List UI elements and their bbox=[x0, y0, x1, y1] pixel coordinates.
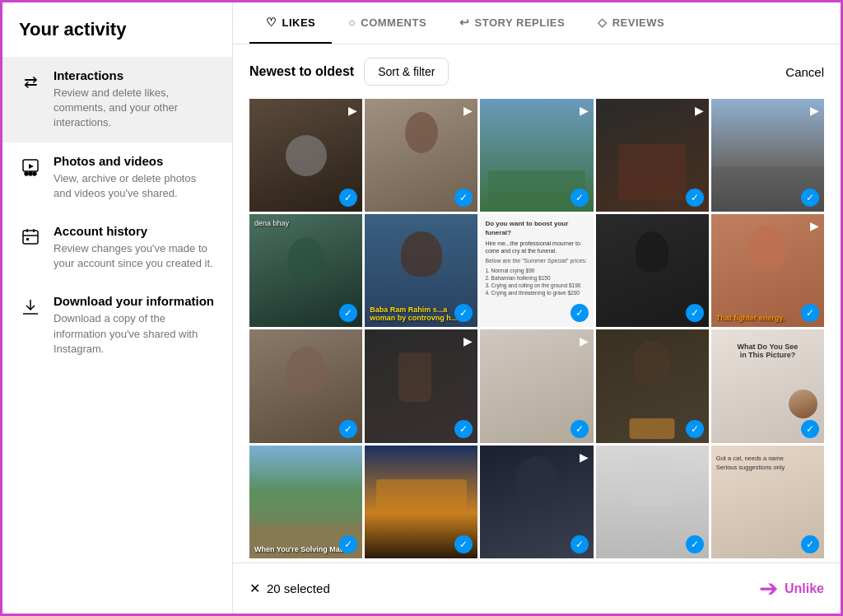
tab-likes[interactable]: ♡ LIKES bbox=[249, 2, 332, 44]
reviews-icon: ◇ bbox=[598, 16, 608, 29]
list-item[interactable]: ▶ ✓ bbox=[365, 329, 477, 442]
check-icon: ✓ bbox=[454, 420, 473, 438]
list-item[interactable]: ▶ ✓ bbox=[596, 99, 709, 212]
check-icon: ✓ bbox=[339, 420, 357, 438]
list-item[interactable]: ▶ That fighter energy. ✓ bbox=[711, 214, 824, 327]
tab-comments[interactable]: ○ COMMENTS bbox=[332, 2, 443, 44]
interactions-desc: Review and delete likes, comments, and y… bbox=[54, 86, 216, 131]
interactions-label: Interactions bbox=[54, 68, 216, 82]
account-history-label: Account history bbox=[54, 224, 216, 238]
tab-reviews-label: REVIEWS bbox=[612, 16, 664, 29]
photos-videos-label: Photos and videos bbox=[54, 154, 216, 168]
list-item[interactable]: ✓ bbox=[249, 329, 362, 442]
download-desc: Download a copy of the information you'v… bbox=[54, 311, 216, 357]
cancel-button[interactable]: Cancel bbox=[785, 65, 824, 79]
account-history-icon bbox=[19, 226, 42, 249]
tab-likes-label: LIKES bbox=[282, 16, 316, 29]
check-icon: ✓ bbox=[801, 420, 819, 438]
svg-point-3 bbox=[29, 172, 32, 175]
check-icon: ✓ bbox=[571, 535, 589, 553]
video-icon: ▶ bbox=[580, 334, 589, 348]
check-icon: ✓ bbox=[801, 189, 819, 207]
list-item[interactable]: Baba Ram Rahim s...a woman by controvng … bbox=[365, 214, 477, 327]
list-item[interactable]: ✓ bbox=[596, 329, 709, 442]
grid-overlay-text: When You're Solving Math bbox=[254, 545, 347, 553]
account-history-desc: Review changes you've made to your accou… bbox=[54, 241, 216, 271]
list-item[interactable]: ▶ ✓ bbox=[365, 99, 477, 212]
clear-selection-icon[interactable]: ✕ bbox=[249, 581, 260, 596]
interactions-icon: ⇄ bbox=[19, 70, 42, 93]
list-item[interactable]: ▶ ✓ bbox=[480, 99, 593, 212]
tabs-bar: ♡ LIKES ○ COMMENTS ↩ STORY REPLIES ◇ REV… bbox=[233, 2, 841, 44]
download-icon bbox=[19, 296, 42, 319]
list-item[interactable]: ▶ ✓ bbox=[249, 99, 362, 212]
svg-marker-1 bbox=[29, 164, 34, 169]
video-icon: ▶ bbox=[810, 219, 819, 232]
svg-point-2 bbox=[25, 172, 28, 175]
list-item[interactable]: dena bhay ✓ bbox=[249, 214, 362, 327]
list-item[interactable]: ▶ ✓ bbox=[480, 446, 593, 558]
list-item[interactable]: Got a cat, needs a nameSerious suggestio… bbox=[711, 446, 824, 558]
tab-story-replies-label: STORY REPLIES bbox=[475, 16, 566, 29]
list-item[interactable]: When You're Solving Math ✓ bbox=[249, 446, 362, 558]
likes-icon: ♡ bbox=[266, 16, 277, 29]
sidebar-item-interactions[interactable]: ⇄ Interactions Review and delete likes, … bbox=[2, 57, 232, 142]
check-icon: ✓ bbox=[686, 189, 704, 207]
media-grid: ▶ ✓ ▶ ✓ ▶ ✓ bbox=[249, 99, 824, 558]
download-label: Download your information bbox=[54, 294, 216, 308]
list-item[interactable]: What Do You Seein This Picture? ✓ bbox=[711, 329, 824, 442]
svg-rect-5 bbox=[23, 231, 38, 244]
content-area: Newest to oldest Sort & filter Cancel ▶ … bbox=[233, 44, 841, 562]
comments-icon: ○ bbox=[348, 16, 356, 29]
sidebar-item-photos-videos[interactable]: Photos and videos View, archive or delet… bbox=[2, 142, 232, 212]
unlike-section: ➔ Unlike bbox=[759, 575, 824, 602]
arrow-right-icon: ➔ bbox=[759, 575, 778, 602]
list-item[interactable]: ▶ ✓ bbox=[711, 99, 824, 212]
tab-reviews[interactable]: ◇ REVIEWS bbox=[581, 2, 681, 44]
video-icon: ▶ bbox=[580, 450, 589, 464]
check-icon: ✓ bbox=[339, 535, 357, 553]
list-item[interactable]: ✓ bbox=[596, 446, 709, 558]
bottom-bar: ✕ 20 selected ➔ Unlike bbox=[233, 562, 841, 614]
tab-story-replies[interactable]: ↩ STORY REPLIES bbox=[443, 2, 581, 44]
list-item[interactable]: ✓ bbox=[365, 446, 477, 558]
selected-info: ✕ 20 selected bbox=[249, 581, 330, 596]
list-item[interactable]: ▶ ✓ bbox=[480, 329, 593, 442]
controls-row: Newest to oldest Sort & filter Cancel bbox=[249, 58, 824, 86]
list-item[interactable]: Do you want to boost your funeral? Hire … bbox=[480, 214, 593, 327]
photos-videos-desc: View, archive or delete photos and video… bbox=[54, 171, 216, 201]
photos-videos-icon bbox=[19, 156, 42, 179]
check-icon: ✓ bbox=[571, 189, 589, 207]
sidebar-item-download[interactable]: Download your information Download a cop… bbox=[2, 282, 232, 368]
check-icon: ✓ bbox=[571, 304, 589, 322]
check-icon: ✓ bbox=[571, 420, 589, 438]
sort-filter-button[interactable]: Sort & filter bbox=[364, 58, 449, 86]
sidebar-title: Your activity bbox=[2, 19, 232, 57]
unlike-button[interactable]: Unlike bbox=[785, 581, 824, 596]
svg-point-4 bbox=[33, 172, 36, 175]
video-icon: ▶ bbox=[695, 104, 704, 117]
video-icon: ▶ bbox=[348, 104, 357, 117]
check-icon: ✓ bbox=[686, 420, 704, 438]
main-content: ♡ LIKES ○ COMMENTS ↩ STORY REPLIES ◇ REV… bbox=[233, 2, 841, 614]
grid-overlay-text: That fighter energy. bbox=[716, 314, 785, 322]
svg-rect-9 bbox=[26, 238, 29, 240]
video-icon: ▶ bbox=[463, 334, 473, 348]
story-replies-icon: ↩ bbox=[459, 16, 470, 29]
grid-top-text: dena bhay bbox=[254, 219, 289, 227]
video-icon: ▶ bbox=[810, 104, 819, 117]
sidebar: Your activity ⇄ Interactions Review and … bbox=[2, 2, 233, 614]
video-icon: ▶ bbox=[580, 104, 589, 117]
check-icon: ✓ bbox=[801, 535, 819, 553]
selected-count: 20 selected bbox=[267, 581, 330, 595]
sort-label: Newest to oldest bbox=[249, 64, 354, 79]
video-icon: ▶ bbox=[463, 104, 473, 117]
tab-comments-label: COMMENTS bbox=[361, 16, 426, 29]
check-icon: ✓ bbox=[686, 535, 704, 553]
list-item[interactable]: ✓ bbox=[596, 214, 709, 327]
sidebar-item-account-history[interactable]: Account history Review changes you've ma… bbox=[2, 212, 232, 282]
